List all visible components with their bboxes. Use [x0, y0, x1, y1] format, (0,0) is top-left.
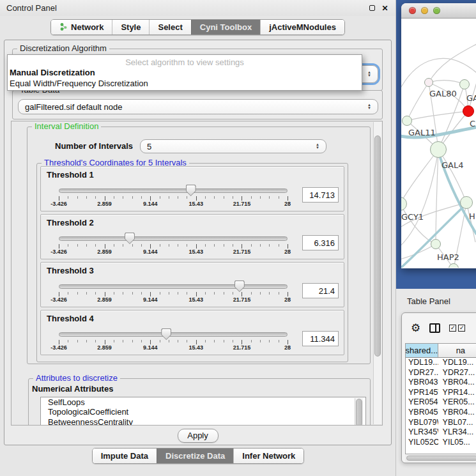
tab-network[interactable]: Network	[51, 20, 112, 35]
slider-thumb-icon[interactable]	[186, 185, 196, 196]
slider-tick	[260, 244, 261, 247]
slider-tick-label: 9.144	[143, 249, 158, 255]
checkbox-icon[interactable]: ✓	[449, 325, 456, 332]
numerical-attributes-label: Numerical Attributes	[32, 384, 113, 394]
attribute-list-item[interactable]: BetweennessCentrality	[41, 417, 365, 426]
table-column-header[interactable]: na	[438, 344, 476, 357]
attributes-list-scrollbar[interactable]	[355, 398, 363, 426]
table-row[interactable]: YBR045CYBR04...	[406, 408, 476, 418]
slider-tick	[224, 292, 224, 295]
network-edge[interactable]	[429, 44, 476, 82]
threshold-value-field[interactable]: 21.4	[302, 283, 339, 298]
slider-tick	[95, 196, 96, 199]
minimize-traffic-light-icon[interactable]	[421, 7, 428, 14]
slider-tick	[150, 340, 151, 344]
numerical-attributes-list[interactable]: SelfLoopsTopologicalCoefficientBetweenne…	[40, 397, 366, 426]
slider-track	[59, 284, 288, 289]
slider-tick	[187, 244, 187, 247]
threshold-value-field[interactable]: 11.344	[302, 331, 339, 346]
tab-style[interactable]: Style	[112, 20, 149, 35]
close-icon[interactable]: ✕	[381, 4, 389, 12]
threshold-value-field[interactable]: 14.713	[302, 187, 339, 203]
slider-tick	[169, 292, 169, 295]
bottom-tab-label: Infer Network	[242, 451, 295, 461]
table-window: ⚙ ✓ ✓ shared...na YDL19...YDL19...YDR27.…	[401, 312, 476, 463]
slider-tick	[86, 292, 87, 295]
apply-button[interactable]: Apply	[178, 429, 219, 443]
network-node-gal4[interactable]	[430, 141, 447, 158]
tab-jactivemnodules[interactable]: jActiveMNodules	[260, 20, 344, 35]
tab-label: Style	[121, 22, 141, 32]
table-row[interactable]: YDL19...YDL19...	[406, 358, 476, 368]
threshold-slider[interactable]: -3.4262.8599.14415.4321.71528	[59, 263, 288, 308]
bottom-tab-impute-data[interactable]: Impute Data	[93, 449, 157, 463]
gear-icon[interactable]: ⚙	[411, 323, 420, 334]
table-row[interactable]: YLR345WYLR34...	[406, 427, 476, 438]
network-node-label: GA	[466, 93, 476, 103]
table-column-header[interactable]: shared...	[406, 344, 438, 357]
split-columns-icon[interactable]	[429, 323, 440, 333]
slider-thumb-icon[interactable]	[161, 328, 171, 340]
zoom-traffic-light-icon[interactable]	[433, 7, 440, 14]
slider-tick	[160, 292, 160, 295]
table-row[interactable]: YDR27...YDR27...	[406, 368, 476, 378]
slider-tick	[68, 244, 68, 247]
network-edge[interactable]	[401, 150, 438, 249]
algorithm-option[interactable]: Manual Discretization	[8, 67, 362, 78]
threshold-slider[interactable]: -3.4262.8599.14415.4321.71528	[59, 167, 288, 212]
number-of-intervals-combobox[interactable]: 5 ▲▼	[140, 139, 326, 153]
network-desktop: GAL80GACGAL11GAL4GCY1HHAP2	[396, 0, 476, 289]
slider-track	[59, 236, 288, 241]
table-data-combobox[interactable]: galFiltered.sif default node ▲▼	[18, 99, 378, 114]
slider-tick	[205, 292, 206, 295]
threshold-value-field[interactable]: 6.316	[302, 235, 339, 250]
tab-select[interactable]: Select	[149, 20, 190, 35]
slider-tick-label: -3.426	[50, 201, 67, 207]
network-edge[interactable]	[407, 82, 429, 121]
table-panel-title: Table Panel	[396, 289, 476, 306]
checkbox-icon[interactable]: ✓	[458, 325, 465, 332]
table-row[interactable]: YBL079WYBL07...	[406, 418, 476, 428]
threshold-slider[interactable]: -3.4262.8599.14415.4321.71528	[59, 215, 288, 260]
bottom-tab-infer-network[interactable]: Infer Network	[233, 449, 303, 463]
network-node-label: GCY1	[401, 212, 424, 222]
settings-vertical-scrollbar[interactable]	[373, 122, 381, 424]
slider-tick	[68, 292, 68, 295]
network-node-hap2[interactable]	[431, 239, 441, 249]
network-edge[interactable]	[438, 150, 466, 203]
table-cell-shared-name: YDL19...	[406, 358, 438, 368]
table-horizontal-scrollbar[interactable]	[405, 455, 476, 462]
attribute-list-item[interactable]: TopologicalCoefficient	[41, 407, 365, 417]
close-traffic-light-icon[interactable]	[409, 7, 416, 14]
slider-tick	[251, 196, 252, 199]
bottom-tab-discretize-data[interactable]: Discretize Data	[157, 449, 233, 463]
slider-tick	[160, 196, 160, 199]
network-node-gal11[interactable]	[402, 116, 412, 126]
network-edge[interactable]	[407, 111, 468, 121]
slider-tick	[233, 196, 233, 199]
slider-tick	[68, 196, 68, 199]
network-node-h[interactable]	[460, 196, 473, 209]
slider-tick	[123, 340, 123, 342]
slider-thumb-icon[interactable]	[234, 280, 245, 292]
threshold-slider[interactable]: -3.4262.8599.14415.4321.71528	[59, 311, 288, 356]
network-node-label: GAL4	[441, 160, 463, 170]
slider-thumb-icon[interactable]	[125, 233, 135, 244]
float-window-icon[interactable]	[368, 4, 376, 12]
network-node-c[interactable]	[463, 105, 474, 117]
network-node-label: GAL11	[408, 128, 436, 137]
slider-tick	[214, 292, 215, 295]
slider-tick	[105, 340, 105, 344]
network-node-ga[interactable]	[459, 79, 470, 89]
slider-tick	[196, 196, 197, 201]
table-row[interactable]: YPR145WYPR14...	[406, 388, 476, 398]
network-canvas[interactable]: GAL80GACGAL11GAL4GCY1HHAP2	[401, 19, 476, 268]
table-row[interactable]: YIL052CYIL05...	[406, 438, 476, 448]
algorithm-option[interactable]: Equal Width/Frequency Discretization	[8, 78, 362, 89]
tab-cyni-toolbox[interactable]: Cyni Toolbox	[191, 20, 260, 35]
attribute-list-item[interactable]: SelfLoops	[41, 397, 365, 407]
network-node-gal80[interactable]	[424, 78, 433, 87]
slider-tick	[59, 244, 59, 249]
table-row[interactable]: YBR043CYBR04...	[406, 378, 476, 388]
table-row[interactable]: YER054CYER05...	[406, 397, 476, 408]
